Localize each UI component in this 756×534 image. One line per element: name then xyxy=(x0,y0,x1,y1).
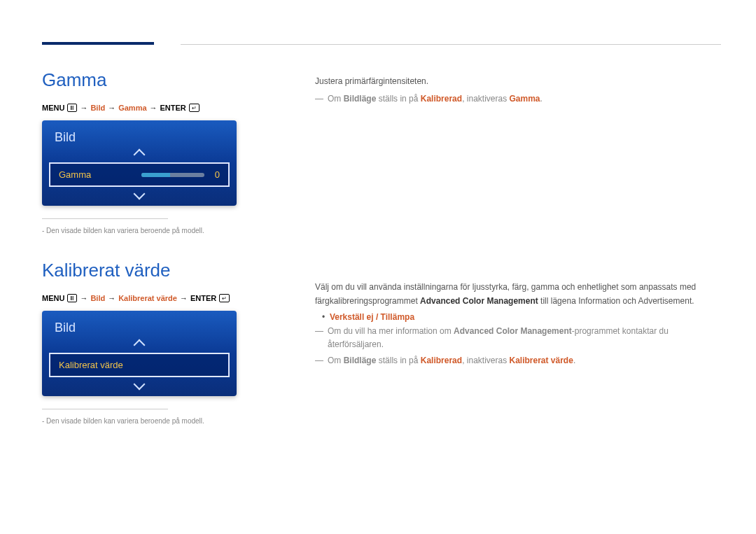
note3-text: Om xyxy=(328,356,341,365)
footnote-text: Den visade bilden kan variera beroende p… xyxy=(46,417,204,425)
kalibrerat-note-info: ― Om du vill ha mer information om Advan… xyxy=(315,325,721,351)
left-column: Gamma MENU Ⅲ → Bild → Gamma → ENTER ↵ Bi… xyxy=(42,69,252,450)
p1-acm: Advanced Color Management xyxy=(420,296,538,306)
page-columns: Gamma MENU Ⅲ → Bild → Gamma → ENTER ↵ Bi… xyxy=(42,69,721,450)
gamma-value: 0 xyxy=(210,169,220,180)
breadcrumb-arrow: → xyxy=(80,104,88,112)
nav-up[interactable] xyxy=(42,149,237,162)
note3-text: , inaktiveras xyxy=(462,356,507,365)
breadcrumb-kalibrerat: MENU Ⅲ → Bild → Kalibrerat värde → ENTER… xyxy=(42,294,252,302)
nav-up[interactable] xyxy=(42,339,237,353)
header-accent-bar xyxy=(42,42,154,45)
footnote-text: Den visade bilden kan variera beroende p… xyxy=(46,227,204,234)
breadcrumb-arrow: → xyxy=(80,294,88,302)
options-text: Verkställ ej / Tillämpa xyxy=(330,312,414,322)
note2-acm: Advanced Color Management xyxy=(454,326,572,336)
breadcrumb-bild: Bild xyxy=(90,104,105,112)
gamma-note-text: Om Bildläge ställs in på Kalibrerad, ina… xyxy=(328,92,542,106)
breadcrumb-menu: MENU xyxy=(42,294,64,302)
kalibrerat-paragraph: Välj om du vill använda inställningarna … xyxy=(315,281,721,307)
kalibrerat-body: Välj om du vill använda inställningarna … xyxy=(315,281,721,367)
footnote-divider xyxy=(42,409,168,409)
gamma-intro: Justera primärfärgintensiteten. xyxy=(315,75,721,88)
breadcrumb-bild: Bild xyxy=(90,294,105,302)
chevron-up-icon xyxy=(134,149,146,161)
note-text: . xyxy=(540,94,542,104)
section-title-kalibrerat: Kalibrerat värde xyxy=(42,260,252,281)
note-disable-text: Om Bildläge ställs in på Kalibrerad, ina… xyxy=(328,354,575,367)
note3-text: ställs in på xyxy=(379,356,419,365)
section-gamma: Gamma MENU Ⅲ → Bild → Gamma → ENTER ↵ Bi… xyxy=(42,69,252,236)
menu-item-kalibrerat[interactable]: Kalibrerat värde xyxy=(49,353,230,377)
enter-icon: ↵ xyxy=(189,104,200,112)
note-info-text: Om du vill ha mer information om Advance… xyxy=(328,325,721,351)
menu-item-label: Kalibrerat värde xyxy=(59,360,123,370)
menu-icon: Ⅲ xyxy=(67,104,77,112)
note-bildlage: Bildläge xyxy=(344,94,377,104)
breadcrumb-enter: ENTER xyxy=(160,104,186,112)
gamma-slider[interactable] xyxy=(141,173,204,177)
footnote-divider xyxy=(42,218,168,219)
menu-header: Bild xyxy=(42,311,237,339)
note-text: Om xyxy=(328,94,341,104)
dash-icon: ― xyxy=(315,354,323,367)
header-divider xyxy=(181,44,721,45)
right-column: Justera primärfärgintensiteten. ― Om Bil… xyxy=(315,69,721,450)
section-title-gamma: Gamma xyxy=(42,69,252,91)
p1-b: till lägena Information och Advertisemen… xyxy=(538,296,694,306)
slider-fill xyxy=(141,173,170,177)
menu-item-label: Gamma xyxy=(59,169,91,180)
breadcrumb-arrow: → xyxy=(108,294,115,302)
note-text: ställs in på xyxy=(379,94,419,104)
options-bullet: • Verkställ ej / Tillämpa xyxy=(322,312,721,322)
breadcrumb-arrow: → xyxy=(108,104,115,112)
enter-icon: ↵ xyxy=(219,294,230,302)
dash-icon: ― xyxy=(315,92,323,106)
kalibrerat-note-disable: ― Om Bildläge ställs in på Kalibrerad, i… xyxy=(315,354,721,367)
note3-kv: Kalibrerat värde xyxy=(510,356,573,365)
nav-down[interactable] xyxy=(42,188,237,206)
menu-item-gamma[interactable]: Gamma 0 xyxy=(49,162,230,187)
breadcrumb-kv-item: Kalibrerat värde xyxy=(118,294,177,302)
note3-text: . xyxy=(573,356,575,365)
breadcrumb-gamma-item: Gamma xyxy=(118,104,146,112)
menu-panel-gamma: Bild Gamma 0 xyxy=(42,120,237,206)
breadcrumb-gamma: MENU Ⅲ → Bild → Gamma → ENTER ↵ xyxy=(42,104,252,112)
chevron-up-icon xyxy=(134,339,146,351)
gamma-body: Justera primärfärgintensiteten. ― Om Bil… xyxy=(315,75,721,106)
footnote-gamma: - Den visade bilden kan variera beroende… xyxy=(42,226,252,236)
note-gamma: Gamma xyxy=(510,94,540,104)
note2-a: Om du vill ha mer information om xyxy=(328,326,454,336)
breadcrumb-arrow: → xyxy=(180,294,188,302)
note-text: , inaktiveras xyxy=(462,94,507,104)
menu-item-value-zone: 0 xyxy=(141,169,220,180)
menu-panel-kalibrerat: Bild Kalibrerat värde xyxy=(42,311,237,396)
chevron-down-icon xyxy=(134,188,146,200)
chevron-down-icon xyxy=(134,379,146,391)
gamma-note: ― Om Bildläge ställs in på Kalibrerad, i… xyxy=(315,92,721,106)
dash-icon: ― xyxy=(315,325,323,351)
note-kalibrerad: Kalibrerad xyxy=(421,94,462,104)
section-kalibrerat: Kalibrerat värde MENU Ⅲ → Bild → Kalibre… xyxy=(42,260,252,426)
footnote-kalibrerat: - Den visade bilden kan variera beroende… xyxy=(42,416,252,426)
note3-kalibrerad: Kalibrerad xyxy=(421,356,462,365)
breadcrumb-arrow: → xyxy=(150,104,158,112)
nav-down[interactable] xyxy=(42,379,237,396)
breadcrumb-enter: ENTER xyxy=(190,294,216,302)
menu-icon: Ⅲ xyxy=(67,294,77,302)
breadcrumb-menu: MENU xyxy=(42,104,64,112)
note3-bildlage: Bildläge xyxy=(344,356,377,365)
menu-header: Bild xyxy=(42,120,237,149)
